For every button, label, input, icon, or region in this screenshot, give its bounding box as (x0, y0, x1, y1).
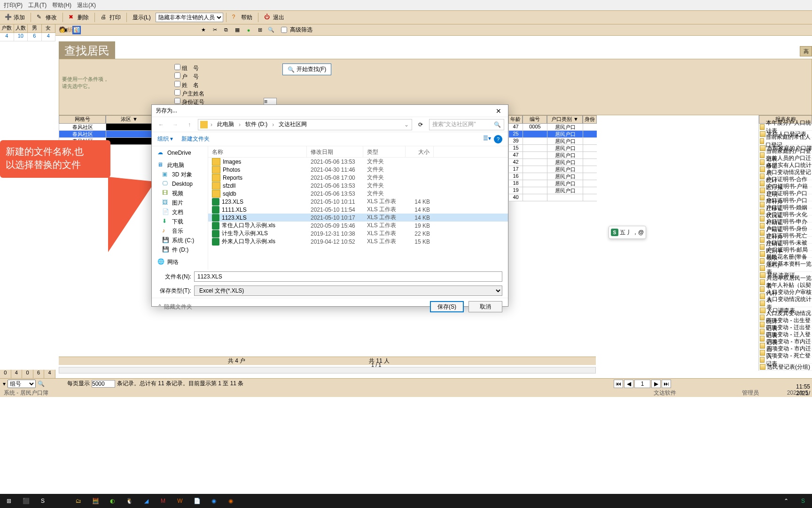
table-row[interactable]: 春风社区 (59, 131, 153, 138)
task-edge[interactable]: ◉ (208, 495, 220, 507)
menu-tools[interactable]: 工具(T) (28, 1, 47, 9)
tree-3d[interactable]: ▣3D 对象 (153, 170, 207, 179)
file-row[interactable]: 外来人口导入示例.xls2019-04-12 10:52XLS 工作表15 KB (208, 238, 508, 246)
icon-5[interactable]: ⧉ (222, 26, 230, 34)
breadcrumb[interactable]: › 此电脑 › 软件 (D:) › 文达社区网 ⌄ (198, 119, 412, 130)
add-button[interactable]: ➕添加 (2, 13, 28, 23)
cancel-button[interactable]: 取消 (468, 301, 502, 312)
table-row[interactable]: 19居民户口 (508, 187, 597, 194)
groupby-select[interactable]: 组号 (8, 380, 36, 388)
menu-help[interactable]: 帮助(H) (52, 1, 71, 9)
table-row[interactable]: 39居民户口 (508, 138, 597, 145)
nav-forward-button[interactable]: → (170, 119, 181, 130)
cond-group[interactable]: 组 号 (174, 64, 204, 72)
report-item[interactable]: 选民登记表(分组) (759, 364, 812, 371)
col-type[interactable]: 类型 (363, 146, 406, 157)
help-button[interactable]: ?帮助 (229, 13, 255, 23)
cond-head[interactable]: 户主姓名 (174, 89, 204, 98)
cond-hh[interactable]: 户 号 (174, 72, 204, 81)
col-hhtype[interactable]: 户口类别 ▼ (547, 115, 583, 124)
table-row[interactable]: 25居民户口 (508, 131, 597, 138)
tray-ime-icon[interactable]: S (797, 495, 809, 507)
col-size[interactable]: 大小 (406, 146, 434, 157)
tree-videos[interactable]: 🎞视频 (153, 189, 207, 198)
cond-name[interactable]: 姓 名 (174, 81, 204, 89)
start-search-button[interactable]: 🔍开始查找(F) (282, 64, 331, 75)
nav-up-button[interactable]: ↑ (184, 119, 195, 130)
table-row[interactable]: 42居民户口 (508, 159, 597, 166)
high-button[interactable]: 高 (800, 46, 812, 56)
task-qq[interactable]: 🐧 (123, 495, 135, 507)
icon-7[interactable]: ● (244, 26, 253, 34)
task-calc[interactable]: 🧮 (89, 495, 102, 507)
crumb-dropdown-icon[interactable]: ⌄ (402, 121, 412, 128)
task-app3[interactable]: М (157, 495, 169, 507)
tree-pictures[interactable]: 🖼图片 (153, 198, 207, 207)
new-folder-button[interactable]: 新建文件夹 (181, 135, 210, 143)
col-area[interactable]: 浓区 ▼ (106, 115, 153, 124)
table-row[interactable]: 春风社区 (59, 124, 153, 131)
icon-8[interactable]: ⊞ (256, 26, 264, 34)
task-app1[interactable]: ◐ (106, 495, 118, 507)
perpage-input[interactable] (92, 380, 115, 388)
file-row[interactable]: Images2021-05-06 13:53文件夹 (208, 158, 508, 166)
tree-desktop[interactable]: 🖵Desktop (153, 179, 207, 189)
dialog-close-button[interactable]: ✕ (489, 105, 508, 117)
file-row[interactable]: sqldb2021-05-06 13:53文件夹 (208, 190, 508, 198)
organize-button[interactable]: 组织 ▾ (157, 135, 173, 143)
help-icon[interactable]: ? (494, 135, 502, 143)
col-idtype[interactable]: 身份 (583, 115, 597, 124)
refresh-button[interactable]: ⟳ (415, 119, 426, 130)
col-num[interactable]: 编号 (523, 115, 547, 124)
tree-d[interactable]: 💾件 (D:) (153, 245, 207, 254)
last-page-button[interactable]: ⏭ (662, 380, 671, 388)
next-page-button[interactable]: ▶ (651, 380, 661, 388)
tree-downloads[interactable]: ⬇下载 (153, 217, 207, 226)
nav-back-button[interactable]: ← (156, 119, 167, 130)
task-doc[interactable]: 📄 (191, 495, 203, 507)
table-row[interactable]: 40 (508, 194, 597, 201)
tree-thispc[interactable]: 🖥此电脑 (153, 160, 207, 170)
prev-page-button[interactable]: ◀ (624, 380, 633, 388)
page-input[interactable] (634, 380, 650, 388)
table-row[interactable]: 17居民户口 (508, 166, 597, 173)
file-row[interactable]: 1111.XLS2021-05-10 11:54XLS 工作表14 KB (208, 206, 508, 214)
task-wps[interactable]: W (174, 495, 186, 507)
file-row[interactable]: Photos2021-04-30 11:46文件夹 (208, 166, 508, 174)
hide-folders-toggle[interactable]: ⌃ 隐藏文件夹 (157, 303, 192, 311)
save-button[interactable]: 保存(S) (430, 301, 464, 312)
table-row[interactable]: 47居民户口 (508, 152, 597, 159)
task-1[interactable]: ⬛ (20, 495, 32, 507)
folder-search-input[interactable]: 搜索"文达社区网" 🔍 (429, 119, 504, 130)
menu-print[interactable]: 打印(P) (4, 1, 23, 9)
file-row[interactable]: sfzdll2021-05-06 13:53文件夹 (208, 182, 508, 190)
tree-music[interactable]: ♪音乐 (153, 226, 207, 236)
icon-6[interactable]: ▦ (233, 26, 242, 34)
view-mode-button[interactable]: ☰▾ (483, 135, 491, 143)
icon-9[interactable]: 🔍 (267, 26, 275, 34)
task-rec[interactable]: ◉ (225, 495, 237, 507)
tree-documents[interactable]: 📄文档 (153, 207, 207, 217)
search-small-icon[interactable]: 🔍 (38, 381, 45, 387)
edit-button[interactable]: ✎修改 (34, 13, 60, 23)
advfilter-check[interactable] (281, 27, 287, 33)
delete-button[interactable]: ✖删除 (66, 13, 92, 23)
icon-3[interactable]: ★ (199, 26, 208, 34)
file-row[interactable]: 常住人口导入示例.xls2020-05-09 15:46XLS 工作表19 KB (208, 222, 508, 230)
tree-c[interactable]: 💾系统 (C:) (153, 236, 207, 245)
table-row[interactable]: 15居民户口 (508, 145, 597, 152)
task-app2[interactable]: ◢ (140, 495, 152, 507)
tray-up-icon[interactable]: ⌃ (780, 495, 792, 507)
table-row[interactable]: 16居民户口 (508, 173, 597, 180)
file-row[interactable]: 计生导入示例.XLS2019-12-31 10:38XLS 工作表22 KB (208, 230, 508, 238)
ime-float[interactable]: S 五 丿，@ (609, 226, 646, 239)
exit-button[interactable]: ⏻退出 (261, 13, 287, 23)
print-button[interactable]: 🖨打印 (98, 13, 124, 23)
icon-4[interactable]: ✂ (211, 26, 219, 34)
hscrollbar[interactable] (59, 367, 596, 373)
filetype-select[interactable]: Excel 文件(*.XLS) (194, 286, 502, 296)
col-date[interactable]: 修改日期 (307, 146, 363, 157)
col-age[interactable]: 年龄 (508, 115, 523, 124)
table-row[interactable]: 18居民户口 (508, 180, 597, 187)
filename-input[interactable] (194, 271, 502, 282)
